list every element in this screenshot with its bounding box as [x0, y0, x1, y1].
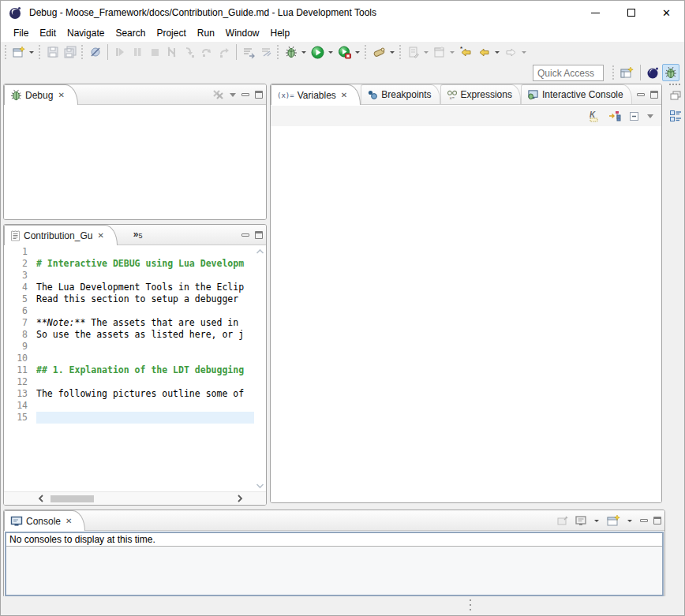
new-wizard-dropdown[interactable] [29, 51, 34, 54]
view-menu-button[interactable] [230, 93, 236, 97]
editor-line[interactable]: 6 [4, 305, 254, 317]
editor-horizontal-scrollbar[interactable] [4, 491, 266, 505]
quick-access-input[interactable] [533, 65, 604, 81]
scroll-thumb[interactable] [51, 495, 94, 502]
strip-drag-handle[interactable] [669, 84, 685, 85]
external-tools-dropdown[interactable] [390, 51, 395, 54]
menu-search[interactable]: Search [110, 26, 151, 40]
maximize-view-button[interactable] [653, 517, 661, 525]
tab-close-icon[interactable]: ✕ [58, 91, 64, 99]
open-console-dropdown[interactable] [627, 520, 632, 522]
show-logical-structures-button[interactable] [608, 110, 621, 122]
editor-line[interactable]: 12 [4, 376, 254, 388]
step-into-button[interactable] [181, 43, 198, 61]
menu-run[interactable]: Run [192, 26, 220, 40]
debug-perspective-button[interactable] [662, 64, 679, 81]
tab-expressions[interactable]: x= Expressions [440, 84, 521, 104]
last-edit-location-button[interactable]: * [457, 43, 475, 61]
coverage-button[interactable] [335, 43, 354, 61]
tab-interactive-console[interactable]: Interactive Console [521, 84, 632, 104]
editor-line[interactable]: 8So use the assets as listed here, or j [4, 329, 254, 341]
console-content[interactable]: No consoles to display at this time. [5, 532, 664, 596]
editor-line[interactable]: 10 [4, 353, 254, 364]
minimize-view-button[interactable] [241, 233, 249, 237]
editor-line[interactable]: 1 [4, 246, 254, 258]
debug-dropdown[interactable] [301, 51, 306, 54]
scroll-down-icon[interactable] [254, 482, 266, 490]
save-all-button[interactable] [62, 43, 79, 61]
open-perspective-button[interactable] [618, 65, 637, 81]
tab-debug[interactable]: Debug ✕ [4, 84, 78, 105]
external-tools-button[interactable] [370, 43, 388, 61]
toolbar-drag-handle[interactable] [365, 45, 368, 59]
suspend-button[interactable] [129, 43, 146, 61]
tab-variables[interactable]: (x)= Variables ✕ [271, 84, 361, 105]
coverage-dropdown[interactable] [355, 51, 360, 54]
pin-console-button[interactable] [556, 515, 569, 527]
toolbar-drag-handle[interactable] [277, 45, 280, 59]
editor-line[interactable]: 15 [4, 412, 254, 424]
view-menu-button[interactable] [647, 114, 653, 118]
editor-lines[interactable]: 12# Interactive DEBUG using Lua Developm… [4, 246, 254, 491]
scroll-right-icon[interactable] [236, 494, 244, 503]
editor-line[interactable]: 4The Lua Development Tools in the Eclip [4, 282, 254, 293]
status-drag-handle[interactable] [470, 599, 471, 610]
editor-line[interactable]: 2# Interactive DEBUG using Lua Developm [4, 258, 254, 270]
toolbar-drag-handle[interactable] [81, 45, 84, 59]
minimize-view-button[interactable] [637, 93, 645, 96]
toggle-step-filters-button[interactable] [257, 43, 275, 61]
minimize-view-button[interactable] [640, 519, 648, 522]
tab-console[interactable]: Console ✕ [4, 510, 85, 531]
toolbar-drag-handle[interactable] [399, 45, 402, 59]
maximize-button[interactable] [613, 1, 649, 24]
editor-line[interactable]: 13The following pictures outline some of [4, 388, 254, 400]
scroll-up-icon[interactable] [254, 248, 266, 256]
debug-view-content[interactable] [4, 106, 266, 219]
open-console-button[interactable] [607, 514, 620, 527]
maximize-view-button[interactable] [255, 91, 263, 99]
menu-navigate[interactable]: Navigate [62, 26, 110, 40]
tab-close-icon[interactable]: ✕ [97, 231, 103, 240]
perspective-drag-handle[interactable] [612, 65, 616, 80]
disconnect-button[interactable] [163, 43, 181, 61]
tab-breakpoints[interactable]: Breakpoints [361, 84, 440, 104]
remove-all-terminated-button[interactable] [212, 89, 224, 100]
collapse-all-button[interactable] [628, 110, 640, 122]
outline-view-button[interactable] [669, 109, 685, 126]
new-untitled-file-button[interactable] [431, 43, 448, 61]
forward-dropdown[interactable] [522, 51, 526, 54]
toolbar-drag-handle[interactable] [39, 45, 42, 59]
editor-line[interactable]: 5Read this section to setup a debugger [4, 293, 254, 305]
back-button[interactable] [475, 43, 493, 61]
new-untitled-file-dropdown[interactable] [450, 51, 455, 54]
use-step-filters-button[interactable] [240, 43, 257, 61]
skip-all-breakpoints-button[interactable] [87, 43, 104, 61]
editor-vertical-scrollbar[interactable] [254, 246, 266, 491]
display-console-dropdown[interactable] [594, 520, 599, 522]
open-task-dropdown[interactable] [424, 51, 429, 54]
step-return-button[interactable] [215, 43, 233, 61]
menu-file[interactable]: File [8, 26, 34, 40]
run-button[interactable] [309, 43, 327, 61]
maximize-view-button[interactable] [650, 91, 658, 99]
editor-line[interactable]: 7**Note:** The assets that are used in [4, 317, 254, 329]
show-type-names-button[interactable]: K [589, 110, 601, 122]
back-dropdown[interactable] [495, 51, 500, 54]
editor-line[interactable]: 3 [4, 270, 254, 282]
terminate-button[interactable] [146, 43, 163, 61]
resume-button[interactable] [111, 43, 129, 61]
menu-window[interactable]: Window [220, 26, 265, 40]
forward-button[interactable] [502, 43, 520, 61]
new-wizard-button[interactable] [10, 43, 28, 61]
minimize-button[interactable] [578, 1, 613, 24]
editor-line[interactable]: 14 [4, 400, 254, 412]
menu-help[interactable]: Help [265, 26, 296, 40]
editor-line[interactable]: 11## 1. Explanation of the LDT debugging [4, 364, 254, 376]
restore-views-button[interactable] [669, 90, 685, 104]
more-tabs-chevron[interactable]: »5 [133, 224, 143, 245]
run-dropdown[interactable] [328, 51, 333, 54]
debug-button[interactable] [283, 43, 300, 61]
menu-project[interactable]: Project [151, 26, 191, 40]
save-button[interactable] [44, 43, 62, 61]
open-task-button[interactable] [405, 43, 422, 61]
